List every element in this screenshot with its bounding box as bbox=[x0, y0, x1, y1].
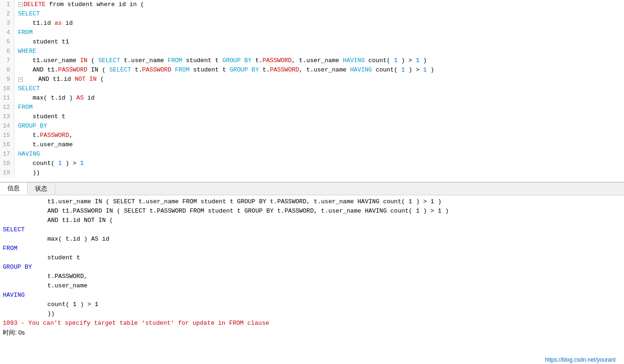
code-line: WHERE bbox=[14, 47, 624, 56]
collapse-icon[interactable]: − bbox=[18, 2, 23, 7]
code-token: IN bbox=[80, 57, 87, 64]
output-line: SELECT bbox=[0, 225, 624, 235]
output-area: t1.user_name IN ( SELECT t.user_name FRO… bbox=[0, 195, 624, 364]
line-number: 18 bbox=[0, 159, 14, 168]
code-line: )) bbox=[14, 168, 624, 178]
tab-info[interactable]: 信息 bbox=[0, 183, 28, 195]
code-token: GROUP BY bbox=[230, 66, 259, 73]
code-token: FROM bbox=[175, 66, 189, 73]
code-token: t.user_name bbox=[120, 57, 167, 64]
code-token: t1.user_name bbox=[18, 57, 80, 64]
time-display: 时间: 0s bbox=[0, 328, 624, 337]
line-number: 14 bbox=[0, 121, 14, 131]
code-line: max( t.id ) AS id bbox=[14, 93, 624, 103]
code-token: 1 bbox=[80, 160, 84, 167]
output-line: HAVING bbox=[0, 291, 624, 300]
code-line: t1.id as id bbox=[14, 19, 624, 28]
code-line: count( 1 ) > 1 bbox=[14, 159, 624, 168]
line-number: 15 bbox=[0, 131, 14, 140]
code-token: PASSWORD bbox=[262, 57, 291, 64]
line-number: 1 bbox=[0, 0, 14, 9]
line-number: 9 bbox=[0, 75, 14, 84]
code-token: , t.user_name bbox=[299, 66, 350, 73]
code-token: HAVING bbox=[18, 150, 40, 157]
code-token: ) > bbox=[62, 160, 80, 167]
code-token: count( bbox=[372, 66, 401, 73]
editor-area: 1−DELETE from student where id in (2SELE… bbox=[0, 0, 624, 182]
code-token: )) bbox=[18, 169, 40, 176]
code-token: AS bbox=[76, 94, 84, 101]
code-token: t1.id bbox=[18, 20, 55, 27]
code-line: t.user_name bbox=[14, 140, 624, 150]
collapse-icon[interactable]: − bbox=[18, 77, 23, 82]
code-token: , bbox=[69, 132, 73, 139]
code-token: HAVING bbox=[350, 66, 372, 73]
output-line: t.PASSWORD, bbox=[0, 272, 624, 281]
code-token: DELETE bbox=[24, 1, 46, 8]
code-token bbox=[171, 66, 175, 73]
code-token: ( bbox=[97, 76, 104, 83]
tabs-bar: 信息 状态 bbox=[0, 182, 624, 195]
code-token: student t1 bbox=[18, 38, 69, 45]
code-token: t. bbox=[252, 57, 262, 64]
code-token: count( bbox=[18, 160, 58, 167]
code-token: 1 bbox=[416, 57, 420, 64]
code-token: 1 bbox=[401, 66, 405, 73]
line-number: 17 bbox=[0, 150, 14, 159]
code-line: student t1 bbox=[14, 37, 624, 47]
tab-status[interactable]: 状态 bbox=[28, 183, 55, 195]
code-token: SELECT bbox=[98, 57, 120, 64]
code-token: ) bbox=[420, 57, 427, 64]
code-token: PASSWORD bbox=[58, 66, 87, 73]
code-token: GROUP BY bbox=[222, 57, 251, 64]
code-line: t1.user_name IN ( SELECT t.user_name FRO… bbox=[14, 56, 624, 65]
code-token: student t bbox=[182, 57, 223, 64]
line-number: 12 bbox=[0, 103, 14, 112]
code-line: AND t1.PASSWORD IN ( SELECT t.PASSWORD F… bbox=[14, 65, 624, 75]
output-line: count( 1 ) > 1 bbox=[0, 300, 624, 309]
code-line: student t bbox=[14, 112, 624, 121]
line-number: 19 bbox=[0, 168, 14, 178]
code-token: SELECT bbox=[109, 66, 131, 73]
output-line: max( t.id ) AS id bbox=[0, 235, 624, 244]
code-token: WHERE bbox=[18, 48, 36, 55]
code-token: student t bbox=[18, 113, 65, 120]
code-token: 1 bbox=[58, 160, 62, 167]
code-token: t. bbox=[131, 66, 142, 73]
code-token: PASSWORD bbox=[40, 132, 69, 139]
line-number: 8 bbox=[0, 65, 14, 75]
code-token: FROM bbox=[167, 57, 182, 64]
code-token: t. bbox=[18, 132, 40, 139]
code-token: ) > bbox=[398, 57, 416, 64]
line-number: 2 bbox=[0, 9, 14, 19]
output-line: t1.user_name IN ( SELECT t.user_name FRO… bbox=[0, 197, 624, 207]
code-line: t.PASSWORD, bbox=[14, 131, 624, 140]
code-token: IN ( bbox=[87, 66, 109, 73]
code-token: SELECT bbox=[18, 85, 40, 92]
code-line: FROM bbox=[14, 28, 624, 37]
code-token: max( t.id ) bbox=[18, 94, 77, 101]
code-token: student t bbox=[189, 66, 230, 73]
line-number: 4 bbox=[0, 28, 14, 37]
output-line: AND t1.id NOT IN ( bbox=[0, 216, 624, 225]
code-token: AND t1.id bbox=[24, 76, 75, 83]
code-line: SELECT bbox=[14, 9, 624, 19]
error-message: 1093 - You can't specify target table 's… bbox=[0, 319, 624, 328]
code-token: id bbox=[62, 20, 73, 27]
code-token: ) > bbox=[405, 66, 423, 73]
line-number: 10 bbox=[0, 84, 14, 93]
line-number: 3 bbox=[0, 19, 14, 28]
code-token: AND t1. bbox=[18, 66, 58, 73]
code-line: HAVING bbox=[14, 150, 624, 159]
code-token: SELECT bbox=[18, 10, 40, 17]
line-number: 16 bbox=[0, 140, 14, 150]
output-line: )) bbox=[0, 309, 624, 319]
code-line: SELECT bbox=[14, 84, 624, 93]
code-token: FROM bbox=[18, 104, 33, 111]
code-token: t. bbox=[259, 66, 269, 73]
output-line: AND t1.PASSWORD IN ( SELECT t.PASSWORD F… bbox=[0, 207, 624, 216]
code-token: , t.user_name bbox=[292, 57, 343, 64]
code-line: GROUP BY bbox=[14, 121, 624, 131]
code-token: PASSWORD bbox=[142, 66, 171, 73]
output-line: t.user_name bbox=[0, 281, 624, 291]
